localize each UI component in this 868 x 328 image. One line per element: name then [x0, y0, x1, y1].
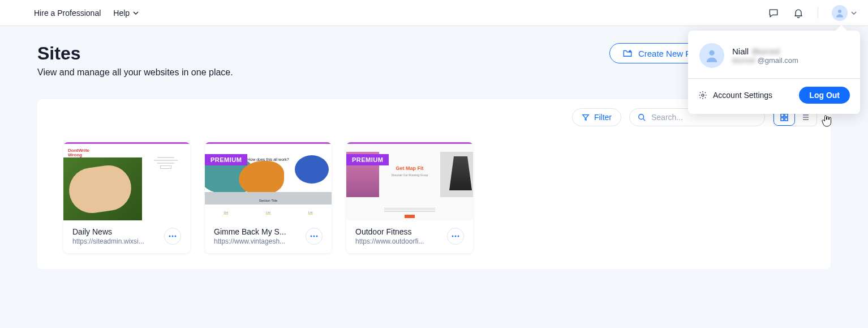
- grid-icon: [780, 113, 789, 122]
- svg-point-13: [455, 236, 457, 237]
- svg-point-8: [175, 236, 177, 237]
- list-icon: [801, 113, 810, 122]
- svg-point-1: [639, 114, 644, 120]
- svg-point-12: [452, 236, 454, 237]
- premium-badge: PREMIUM: [205, 154, 247, 165]
- filter-label: Filter: [594, 113, 612, 122]
- site-more-button[interactable]: [164, 228, 181, 245]
- site-url: https://siteadmin.wixsi...: [72, 237, 160, 245]
- page-title: Sites: [37, 43, 233, 64]
- more-horizontal-icon: [310, 235, 318, 237]
- site-url: https://www.vintagesh...: [214, 237, 301, 245]
- top-nav: Hire a Professional Help: [0, 0, 868, 26]
- divider: [818, 7, 818, 19]
- svg-point-9: [311, 236, 312, 237]
- site-url: https://www.outdoorfi...: [355, 237, 442, 245]
- site-thumbnail: PREMIUM Get Map Fit Discover Our Running…: [346, 142, 473, 220]
- site-card[interactable]: PREMIUM How does this all work? Section …: [205, 142, 332, 253]
- more-horizontal-icon: [452, 235, 459, 237]
- site-more-button[interactable]: [447, 228, 464, 245]
- bell-icon[interactable]: [793, 7, 804, 19]
- account-email: blurred@gmail.com: [732, 56, 798, 65]
- site-card[interactable]: PREMIUM Get Map Fit Discover Our Running…: [346, 142, 473, 253]
- account-settings-link[interactable]: Account Settings: [698, 91, 772, 100]
- svg-point-14: [458, 236, 459, 237]
- site-title: Outdoor Fitness: [355, 227, 442, 236]
- site-thumbnail: PREMIUM How does this all work? Section …: [205, 142, 332, 220]
- account-menu-trigger[interactable]: [832, 5, 857, 21]
- nav-help[interactable]: Help: [113, 8, 139, 18]
- chevron-down-icon: [851, 11, 857, 15]
- site-card[interactable]: DontWriteWrong Daily News https://sitead…: [63, 142, 190, 253]
- logout-button[interactable]: Log Out: [799, 87, 850, 104]
- svg-point-0: [838, 10, 841, 13]
- chat-icon[interactable]: [768, 7, 779, 19]
- svg-point-6: [169, 236, 171, 237]
- gear-icon: [698, 91, 707, 100]
- nav-help-label: Help: [113, 8, 130, 18]
- site-title: Daily News: [72, 227, 160, 236]
- avatar-icon: [699, 43, 724, 68]
- svg-rect-2: [781, 114, 784, 117]
- premium-badge: PREMIUM: [346, 154, 389, 165]
- site-thumbnail: DontWriteWrong: [63, 142, 190, 220]
- nav-hire-label: Hire a Professional: [34, 8, 101, 18]
- folder-plus-icon: [622, 49, 633, 58]
- svg-point-7: [172, 236, 174, 237]
- svg-rect-5: [785, 118, 788, 121]
- svg-point-10: [313, 236, 315, 237]
- account-name: Niall Blurred: [732, 46, 798, 56]
- svg-rect-3: [785, 114, 788, 117]
- account-popover: Niall Blurred blurred@gmail.com Account …: [688, 31, 860, 114]
- page-subtitle: View and manage all your websites in one…: [37, 67, 233, 78]
- site-more-button[interactable]: [306, 228, 323, 245]
- more-horizontal-icon: [169, 235, 177, 237]
- logout-label: Log Out: [809, 91, 840, 100]
- nav-hire-professional[interactable]: Hire a Professional: [34, 8, 101, 18]
- svg-point-15: [709, 50, 714, 56]
- svg-point-16: [702, 94, 704, 96]
- svg-rect-4: [781, 118, 784, 121]
- sites-panel: Filter DontWriteWrong: [37, 99, 831, 269]
- filter-button[interactable]: Filter: [572, 108, 621, 126]
- avatar-icon: [832, 5, 848, 21]
- svg-point-11: [316, 236, 318, 237]
- chevron-down-icon: [133, 11, 139, 15]
- account-settings-label: Account Settings: [713, 91, 772, 100]
- filter-icon: [582, 113, 590, 121]
- site-title: Gimme Back My S...: [214, 227, 301, 236]
- search-icon: [638, 113, 646, 121]
